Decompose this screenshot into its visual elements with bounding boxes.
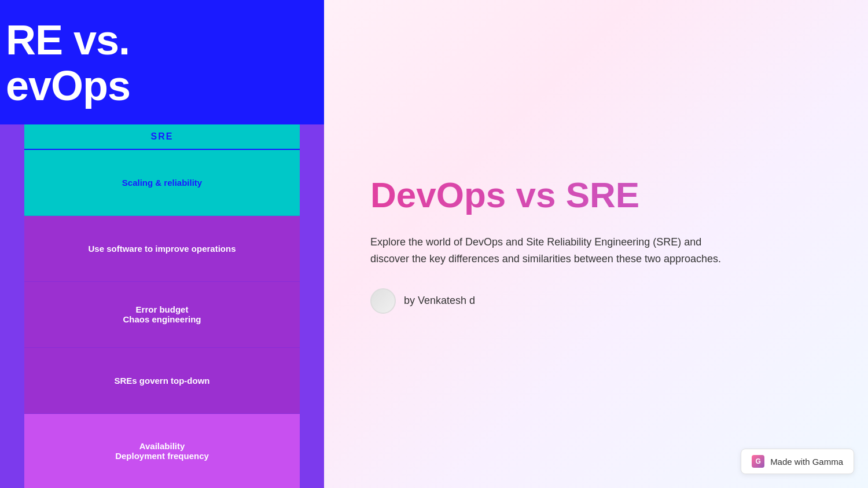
gamma-icon: G <box>752 455 764 468</box>
author-name: by Venkatesh d <box>404 295 475 307</box>
sre-row-3-text: Error budgetChaos engineering <box>123 304 201 324</box>
title-block: RE vs. evOps <box>0 0 324 120</box>
right-panel: DevOps vs SRE Explore the world of DevOp… <box>324 0 868 488</box>
sre-row-5: AvailabilityDeployment frequency <box>24 414 300 488</box>
right-strip <box>300 124 324 488</box>
sre-row-2: Use software to improve operations <box>24 216 300 282</box>
comparison-area: SRE Scaling & reliability Use software t… <box>0 124 324 488</box>
author-row: by Venkatesh d <box>370 288 822 314</box>
description: Explore the world of DevOps and Site Rel… <box>370 234 787 267</box>
sre-column: SRE Scaling & reliability Use software t… <box>24 124 300 488</box>
gamma-badge[interactable]: G Made with Gamma <box>741 449 854 474</box>
left-panel: RE vs. evOps SRE Scaling & reliability U… <box>0 0 324 488</box>
sre-row-5-text: AvailabilityDeployment frequency <box>115 441 209 461</box>
avatar <box>370 288 396 314</box>
main-title: DevOps vs SRE <box>370 174 822 215</box>
gamma-text: Made with Gamma <box>770 457 843 467</box>
title-line2: evOps <box>6 63 312 109</box>
left-strip <box>0 124 24 488</box>
sre-header: SRE <box>24 124 300 150</box>
sre-row-4: SREs govern top-down <box>24 348 300 414</box>
sre-row-1: Scaling & reliability <box>24 150 300 216</box>
sre-row-3: Error budgetChaos engineering <box>24 282 300 348</box>
title-line1: RE vs. <box>6 17 312 63</box>
